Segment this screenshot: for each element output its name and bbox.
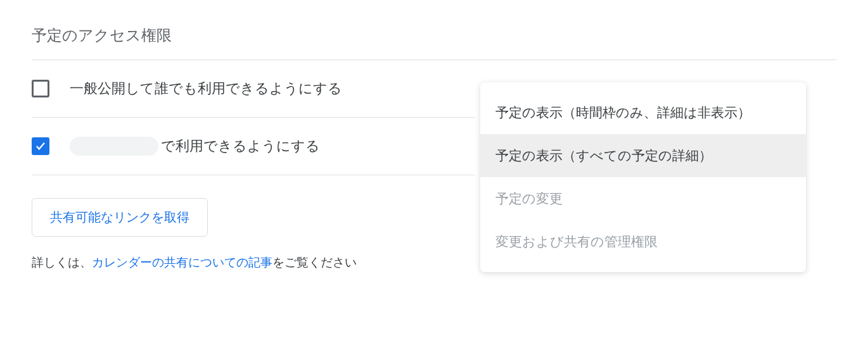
option-label-org: で利用できるようにする xyxy=(70,137,320,156)
get-shareable-link-button[interactable]: 共有可能なリンクを取得 xyxy=(32,198,208,237)
help-link[interactable]: カレンダーの共有についての記事 xyxy=(92,256,272,269)
dropdown-item-change: 予定の変更 xyxy=(480,177,806,220)
option-row-org: で利用できるようにする xyxy=(32,118,475,175)
dropdown-item-alldetails[interactable]: 予定の表示（すべての予定の詳細） xyxy=(480,134,806,177)
help-prefix: 詳しくは、 xyxy=(32,256,92,269)
help-suffix: をご覧ください xyxy=(272,256,357,269)
section-title: 予定のアクセス権限 xyxy=(32,25,836,46)
check-icon xyxy=(35,140,46,152)
checkbox-public[interactable] xyxy=(32,80,49,97)
checkbox-org[interactable] xyxy=(32,137,49,155)
redacted-org-name xyxy=(70,137,158,156)
option-label-org-suffix: で利用できるようにする xyxy=(161,137,320,156)
option-label-public: 一般公開して誰でも利用できるようにする xyxy=(70,79,342,98)
permission-dropdown: 予定の表示（時間枠のみ、詳細は非表示） 予定の表示（すべての予定の詳細） 予定の… xyxy=(480,82,806,272)
option-row-public: 一般公開して誰でも利用できるようにする xyxy=(32,60,475,118)
dropdown-item-timeonly[interactable]: 予定の表示（時間枠のみ、詳細は非表示） xyxy=(480,91,806,134)
dropdown-item-manage: 変更および共有の管理権限 xyxy=(480,220,806,263)
